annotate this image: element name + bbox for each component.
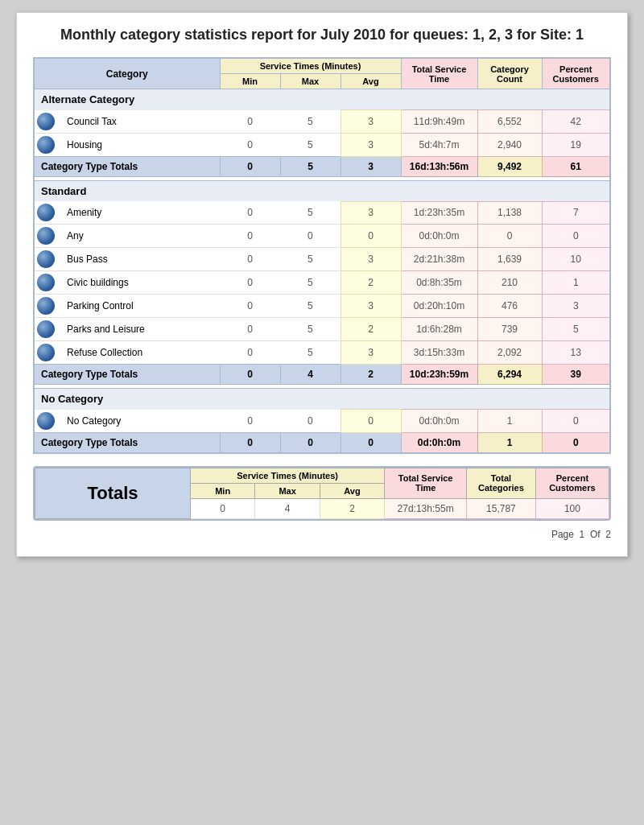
row-percent: 5 (542, 318, 610, 341)
data-row: Housing 0 5 3 5d:4h:7m 2,940 19 (34, 133, 610, 156)
row-total: 0d:0h:0m (401, 410, 477, 433)
row-label: Bus Pass (62, 248, 220, 271)
row-min: 0 (220, 318, 280, 341)
row-percent: 0 (542, 225, 610, 248)
report-title: Monthly category statistics report for J… (33, 25, 611, 45)
row-max: 5 (280, 341, 341, 365)
row-min: 0 (220, 248, 280, 271)
totals-max-0: 5 (280, 156, 341, 176)
row-min: 0 (220, 341, 280, 365)
ball-icon-2-0 (34, 410, 62, 433)
row-percent: 1 (542, 271, 610, 295)
grand-totals-section: Totals Service Times (Minutes) Total Ser… (33, 466, 611, 521)
row-label: Any (62, 225, 220, 248)
grand-percent: 100 (535, 498, 609, 518)
row-percent: 13 (542, 341, 610, 365)
row-max: 5 (280, 133, 341, 156)
totals-avg-0: 3 (341, 156, 401, 176)
row-max: 5 (280, 110, 341, 134)
page-text: Page (551, 529, 574, 540)
totals-total-0: 16d:13h:56m (401, 156, 477, 176)
row-max: 5 (280, 201, 341, 225)
main-table: Category Service Times (Minutes) Total S… (33, 57, 611, 454)
report-page: Monthly category statistics report for J… (16, 12, 628, 557)
totals-percent-0: 61 (542, 156, 610, 176)
ball-icon-1-3 (34, 271, 62, 295)
totals-count-1: 6,294 (477, 365, 542, 385)
row-min: 0 (220, 110, 280, 134)
totals-total-2: 0d:0h:0m (401, 432, 477, 453)
row-percent: 10 (542, 248, 610, 271)
data-row: No Category 0 0 0 0d:0h:0m 1 0 (34, 410, 610, 433)
data-row: Civic buildings 0 5 2 0d:8h:35m 210 1 (34, 271, 610, 295)
row-count: 2,092 (477, 341, 542, 365)
totals-service-times-header: Service Times (Minutes) (190, 468, 384, 483)
row-min: 0 (220, 225, 280, 248)
ball-icon-0-1 (34, 133, 62, 156)
data-row: Bus Pass 0 5 3 2d:21h:38m 1,639 10 (34, 248, 610, 271)
row-percent: 0 (542, 410, 610, 433)
row-total: 2d:21h:38m (401, 248, 477, 271)
totals-avg-2: 0 (341, 432, 401, 453)
row-max: 5 (280, 295, 341, 318)
data-row: Refuse Collection 0 5 3 3d:15h:33m 2,092… (34, 341, 610, 365)
totals-count-2: 1 (477, 432, 542, 453)
totals-min-1: 0 (220, 365, 280, 385)
grand-count: 15,787 (467, 498, 536, 518)
row-min: 0 (220, 201, 280, 225)
row-total: 1d:23h:35m (401, 201, 477, 225)
data-row: Amenity 0 5 3 1d:23h:35m 1,138 7 (34, 201, 610, 225)
row-total: 5d:4h:7m (401, 133, 477, 156)
header-percent-customers: Percent Customers (542, 58, 610, 89)
row-avg: 3 (341, 110, 401, 134)
row-avg: 0 (341, 225, 401, 248)
totals-percent-header: Percent Customers (535, 468, 609, 498)
row-total: 3d:15h:33m (401, 341, 477, 365)
row-max: 5 (280, 271, 341, 295)
totals-avg-1: 2 (341, 365, 401, 385)
row-label: Parks and Leisure (62, 318, 220, 341)
grand-totals-table: Totals Service Times (Minutes) Total Ser… (35, 468, 609, 519)
totals-max-2: 0 (280, 432, 341, 453)
row-label: Housing (62, 133, 220, 156)
row-min: 0 (220, 271, 280, 295)
totals-total-1: 10d:23h:59m (401, 365, 477, 385)
row-count: 0 (477, 225, 542, 248)
totals-max-1: 4 (280, 365, 341, 385)
header-category-count: Category Count (477, 58, 542, 89)
row-total: 0d:8h:35m (401, 271, 477, 295)
ball-icon-1-5 (34, 318, 62, 341)
data-row: Council Tax 0 5 3 11d:9h:49m 6,552 42 (34, 110, 610, 134)
ball-icon-1-1 (34, 225, 62, 248)
data-row: Any 0 0 0 0d:0h:0m 0 0 (34, 225, 610, 248)
totals-min-2: 0 (220, 432, 280, 453)
row-percent: 3 (542, 295, 610, 318)
row-total: 1d:6h:28m (401, 318, 477, 341)
row-percent: 7 (542, 201, 610, 225)
ball-icon-1-4 (34, 295, 62, 318)
data-row: Parking Control 0 5 3 0d:20h:10m 476 3 (34, 295, 610, 318)
totals-percent-1: 39 (542, 365, 610, 385)
totals-count-0: 9,492 (477, 156, 542, 176)
row-count: 1,639 (477, 248, 542, 271)
row-avg: 2 (341, 271, 401, 295)
row-avg: 3 (341, 201, 401, 225)
totals-min-header: Min (190, 483, 254, 498)
row-label: Refuse Collection (62, 341, 220, 365)
row-count: 476 (477, 295, 542, 318)
row-count: 1,138 (477, 201, 542, 225)
totals-percent-2: 0 (542, 432, 610, 453)
page-total: 2 (605, 529, 611, 540)
row-avg: 0 (341, 410, 401, 433)
category-type-totals-1: Category Type Totals 0 4 2 10d:23h:59m 6… (34, 365, 610, 385)
row-avg: 3 (341, 133, 401, 156)
row-percent: 19 (542, 133, 610, 156)
totals-max-header: Max (255, 483, 320, 498)
row-count: 1 (477, 410, 542, 433)
row-avg: 3 (341, 248, 401, 271)
row-label: Council Tax (62, 110, 220, 134)
category-type-totals-0: Category Type Totals 0 5 3 16d:13h:56m 9… (34, 156, 610, 176)
ball-icon-1-2 (34, 248, 62, 271)
row-min: 0 (220, 295, 280, 318)
row-count: 2,940 (477, 133, 542, 156)
